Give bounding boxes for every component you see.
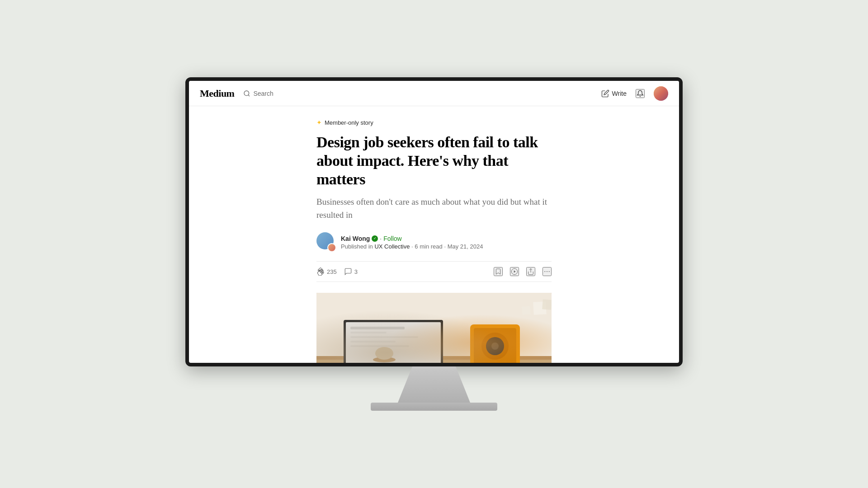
read-time: 6 min read (415, 243, 442, 250)
write-icon (601, 89, 609, 98)
author-name[interactable]: Kai Wong (341, 235, 370, 242)
notifications-button[interactable] (636, 89, 645, 98)
search-icon (243, 90, 250, 97)
main-content: ✦ Member-only story Design job seekers o… (316, 106, 552, 366)
author-name-row: Kai Wong ✓ · Follow (341, 235, 483, 242)
bookmark-icon (495, 267, 502, 276)
navbar: Medium Search Write (189, 81, 679, 106)
actions-right (494, 267, 552, 276)
site-logo[interactable]: Medium (200, 88, 234, 99)
comments-count: 3 (354, 268, 358, 275)
write-button[interactable]: Write (601, 89, 627, 98)
search-placeholder: Search (253, 90, 273, 97)
monitor-wrapper: Medium Search Write (181, 77, 687, 411)
published-in-label: Published in (341, 243, 373, 250)
svg-marker-2 (514, 271, 516, 273)
share-button[interactable] (526, 267, 535, 276)
member-badge-text: Member-only story (325, 119, 373, 126)
article-date: May 21, 2024 (448, 243, 483, 250)
avatar-image (654, 86, 668, 101)
save-button[interactable] (494, 267, 503, 276)
svg-point-4 (544, 271, 545, 272)
dot-separator: · (380, 235, 382, 242)
follow-button[interactable]: Follow (383, 235, 401, 242)
article-subtitle: Businesses often don't care as much abou… (316, 196, 552, 221)
clap-icon (316, 267, 325, 276)
member-star-icon: ✦ (316, 119, 322, 126)
more-button[interactable] (542, 267, 552, 276)
article-title: Design job seekers often fail to talk ab… (316, 133, 552, 188)
member-badge: ✦ Member-only story (316, 119, 552, 126)
image-overlay (316, 293, 552, 366)
article-hero-image (316, 293, 552, 366)
svg-point-6 (549, 271, 550, 272)
verified-icon: ✓ (372, 235, 378, 242)
svg-point-0 (244, 91, 249, 96)
listen-button[interactable] (510, 267, 519, 276)
claps-count: 235 (327, 268, 337, 275)
share-icon (527, 267, 534, 276)
comment-icon (344, 267, 352, 276)
author-row: Kai Wong ✓ · Follow Published in UX Coll… (316, 232, 552, 252)
more-icon (543, 267, 551, 276)
actions-left: 235 3 (316, 267, 358, 276)
author-avatar-publication (327, 243, 336, 252)
author-avatar-wrapper (316, 232, 336, 252)
comments-action[interactable]: 3 (344, 267, 358, 276)
actions-row: 235 3 (316, 261, 552, 282)
play-icon (511, 267, 518, 276)
monitor-stand (398, 366, 470, 403)
svg-point-5 (547, 271, 547, 272)
nav-right: Write (601, 86, 668, 101)
monitor-screen: Medium Search Write (185, 77, 683, 366)
search-area[interactable]: Search (243, 90, 601, 97)
author-info: Kai Wong ✓ · Follow Published in UX Coll… (341, 235, 483, 250)
author-meta: Published in UX Collective · 6 min read … (341, 243, 483, 250)
date-separator: · (444, 243, 447, 250)
user-avatar[interactable] (654, 86, 668, 101)
claps-action[interactable]: 235 (316, 267, 337, 276)
write-label: Write (612, 90, 627, 97)
monitor-base (371, 403, 497, 411)
publication-link[interactable]: UX Collective (374, 243, 410, 250)
bell-icon (637, 89, 644, 98)
